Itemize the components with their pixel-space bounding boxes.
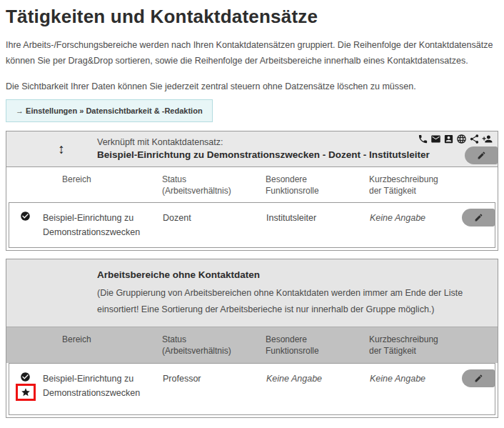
cell-funktionsrolle: Institutsleiter <box>266 211 370 247</box>
contact-channel-icons <box>418 134 493 144</box>
contact-group-header: ↕ Verknüpft mit Kontaktdatensatz: Beispi… <box>6 131 498 167</box>
edit-row-button[interactable] <box>462 209 495 227</box>
no-contact-group-title: Arbeitsbereiche ohne Kontaktdaten <box>97 269 486 280</box>
check-icon[interactable] <box>20 372 31 382</box>
column-bereich: Bereich <box>42 334 162 357</box>
share-icon <box>469 134 480 144</box>
table-row: Beispiel-Einrichtung zu Demonstrationszw… <box>9 363 495 415</box>
globe-icon <box>456 134 467 144</box>
no-contact-group-header: Arbeitsbereiche ohne Kontaktdaten (Die G… <box>6 259 498 327</box>
drag-handle-icon[interactable]: ↕ <box>58 142 65 156</box>
edit-contact-record-button[interactable] <box>465 146 498 164</box>
intro-text: Ihre Arbeits-/Forschungsbereiche werden … <box>6 38 498 69</box>
cell-kurzbeschreibung: Keine Angabe <box>370 211 455 247</box>
cell-bereich: Beispiel-Einrichtung zu Demonstrationszw… <box>43 372 163 414</box>
cell-kurzbeschreibung: Keine Angabe <box>370 372 455 414</box>
mail-icon <box>430 134 441 144</box>
person-add-icon <box>482 134 493 144</box>
column-funktionsrolle: Besondere Funktionsrolle <box>266 174 369 196</box>
cell-status: Dozent <box>163 211 266 247</box>
cell-funktionsrolle: Keine Angabe <box>266 372 370 414</box>
column-status: Status (Arbeitsverhältnis) <box>162 334 266 357</box>
edit-icon <box>474 374 483 383</box>
settings-link[interactable]: → Einstellungen » Datensichtbarkeit & -R… <box>6 99 213 122</box>
table-row: Beispiel-Einrichtung zu Demonstrationszw… <box>9 202 495 248</box>
contact-card-icon <box>443 134 454 144</box>
star-icon[interactable] <box>21 387 31 397</box>
table-header-row: Bereich Status (Arbeitsverhältnis) Beson… <box>6 167 498 202</box>
table-header-row: Bereich Status (Arbeitsverhältnis) Beson… <box>6 327 498 362</box>
contact-group-card: ↕ Verknüpft mit Kontaktdatensatz: Beispi… <box>6 131 498 251</box>
star-highlight-box[interactable] <box>16 384 36 401</box>
no-contact-group-card: Arbeitsbereiche ohne Kontaktdaten (Die G… <box>6 259 498 417</box>
page: Tätigkeiten und Kontaktdatensätze Ihre A… <box>0 0 504 428</box>
visibility-note: Die Sichtbarkeit Ihrer Daten können Sie … <box>6 79 498 94</box>
edit-icon <box>474 213 483 222</box>
no-contact-group-note: (Die Gruppierung von Arbeitsbereichen oh… <box>97 285 486 317</box>
column-kurzbeschreibung: Kurzbeschreibung der Tätigkeit <box>369 174 458 196</box>
column-status: Status (Arbeitsverhältnis) <box>162 174 266 196</box>
cell-bereich: Beispiel-Einrichtung zu Demonstrationszw… <box>43 211 163 247</box>
column-bereich: Bereich <box>42 174 162 196</box>
phone-icon <box>418 134 428 144</box>
edit-icon <box>477 151 486 160</box>
cell-status: Professor <box>163 372 266 414</box>
check-icon[interactable] <box>20 211 31 222</box>
linked-record-name: Beispiel-Einrichtung zu Demonstrationszw… <box>97 149 498 162</box>
page-title: Tätigkeiten und Kontaktdatensätze <box>6 6 498 28</box>
edit-row-button[interactable] <box>462 369 495 387</box>
column-kurzbeschreibung: Kurzbeschreibung der Tätigkeit <box>369 334 458 357</box>
footer-bar: Neuen Eintrag hinzufügen <box>6 426 498 428</box>
column-funktionsrolle: Besondere Funktionsrolle <box>266 334 369 357</box>
